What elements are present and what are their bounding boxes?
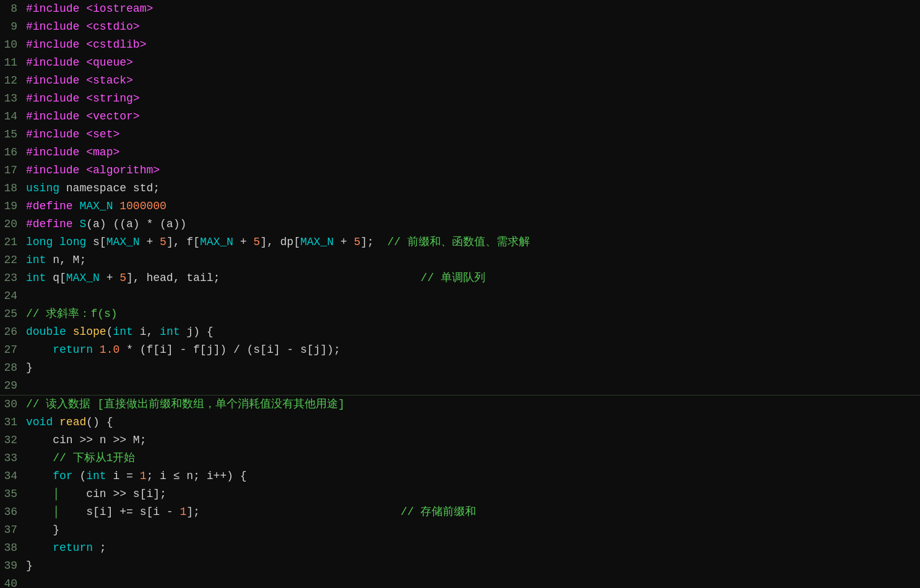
line-number: 31 [0,413,26,431]
line-code: // 读入数据 [直接做出前缀和数组，单个消耗值没有其他用途] [26,396,920,413]
line-code [26,377,920,395]
line-number: 33 [0,449,26,467]
code-line: 22int n, M; [0,251,920,269]
line-code: #include <map> [26,144,920,162]
code-line: 30// 读入数据 [直接做出前缀和数组，单个消耗值没有其他用途] [0,396,920,413]
code-line: 12#include <stack> [0,72,920,90]
code-content: 8#include <iostream>9#include <cstdio>10… [0,0,920,588]
code-line: 20#define S(a) ((a) * (a)) [0,215,920,233]
line-number: 40 [0,575,26,588]
line-code: // 下标从1开始 [26,449,920,467]
code-line: 17#include <algorithm> [0,162,920,179]
line-number: 13 [0,90,26,108]
line-number: 27 [0,341,26,359]
line-code: │ s[i] += s[i - 1]; // 存储前缀和 [26,503,920,521]
line-number: 32 [0,431,26,449]
line-code: return ; [26,539,920,557]
code-line: 19#define MAX_N 1000000 [0,197,920,215]
code-line: 40 [0,575,920,588]
code-line: 37 } [0,521,920,539]
code-line: 39} [0,557,920,575]
code-line: 10#include <cstdlib> [0,36,920,54]
line-number: 37 [0,521,26,539]
line-code [26,287,920,305]
line-number: 38 [0,539,26,557]
line-number: 15 [0,126,26,144]
code-line: 24 [0,287,920,305]
line-number: 29 [0,377,26,395]
code-line: 25// 求斜率：f(s) [0,305,920,323]
line-code: double slope(int i, int j) { [26,323,920,341]
code-line: 8#include <iostream> [0,0,920,18]
code-line: 35 │ cin >> s[i]; [0,485,920,503]
code-line: 15#include <set> [0,126,920,144]
line-code: │ cin >> s[i]; [26,485,920,503]
code-line: 38 return ; [0,539,920,557]
line-number: 12 [0,72,26,90]
line-code: return 1.0 * (f[i] - f[j]) / (s[i] - s[j… [26,341,920,359]
line-number: 20 [0,215,26,233]
line-number: 17 [0,162,26,179]
code-line: 33 // 下标从1开始 [0,449,920,467]
line-number: 10 [0,36,26,54]
line-code [26,575,920,588]
line-number: 28 [0,359,26,377]
code-line: 21long long s[MAX_N + 5], f[MAX_N + 5], … [0,233,920,251]
code-line: 34 for (int i = 1; i ≤ n; i++) { [0,467,920,485]
code-line: 36 │ s[i] += s[i - 1]; // 存储前缀和 [0,503,920,521]
line-number: 22 [0,251,26,269]
code-line: 29 [0,377,920,395]
line-code: #define S(a) ((a) * (a)) [26,215,920,233]
line-number: 8 [0,0,26,18]
line-code: #include <cstdio> [26,18,920,36]
line-code: int n, M; [26,251,920,269]
line-code: #include <cstdlib> [26,36,920,54]
line-number: 24 [0,287,26,305]
line-code: #define MAX_N 1000000 [26,197,920,215]
line-code: using namespace std; [26,179,920,197]
line-code: for (int i = 1; i ≤ n; i++) { [26,467,920,485]
line-code: } [26,557,920,575]
line-number: 25 [0,305,26,323]
line-number: 26 [0,323,26,341]
code-line: 31void read() { [0,413,920,431]
line-number: 18 [0,179,26,197]
code-line: 26double slope(int i, int j) { [0,323,920,341]
code-line: 11#include <queue> [0,54,920,72]
line-number: 9 [0,18,26,36]
line-number: 35 [0,485,26,503]
code-line: 9#include <cstdio> [0,18,920,36]
line-code: #include <string> [26,90,920,108]
code-line: 14#include <vector> [0,108,920,126]
line-number: 14 [0,108,26,126]
code-line: 16#include <map> [0,144,920,162]
line-code: cin >> n >> M; [26,431,920,449]
line-code: int q[MAX_N + 5], head, tail; // 单调队列 [26,269,920,287]
code-line: 27 return 1.0 * (f[i] - f[j]) / (s[i] - … [0,341,920,359]
line-number: 16 [0,144,26,162]
line-number: 11 [0,54,26,72]
code-line: 28} [0,359,920,377]
line-number: 34 [0,467,26,485]
line-number: 23 [0,269,26,287]
line-code: #include <vector> [26,108,920,126]
line-code: #include <set> [26,126,920,144]
line-number: 30 [0,396,26,413]
line-number: 21 [0,233,26,251]
line-code: void read() { [26,413,920,431]
code-line: 13#include <string> [0,90,920,108]
line-number: 19 [0,197,26,215]
line-code: } [26,359,920,377]
code-line: 23int q[MAX_N + 5], head, tail; // 单调队列 [0,269,920,287]
line-code: #include <algorithm> [26,162,920,179]
line-code: #include <stack> [26,72,920,90]
line-code: // 求斜率：f(s) [26,305,920,323]
line-code: long long s[MAX_N + 5], f[MAX_N + 5], dp… [26,233,920,251]
line-code: #include <iostream> [26,0,920,18]
code-line: 32 cin >> n >> M; [0,431,920,449]
code-line: 18using namespace std; [0,179,920,197]
line-number: 39 [0,557,26,575]
code-editor: 8#include <iostream>9#include <cstdio>10… [0,0,920,588]
line-code: } [26,521,920,539]
line-number: 36 [0,503,26,521]
